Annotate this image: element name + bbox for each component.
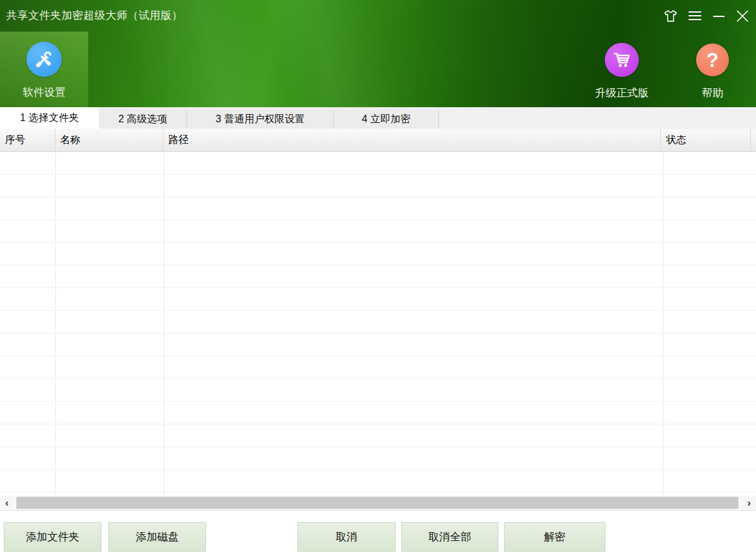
help-label: 帮助 <box>690 86 735 100</box>
table-row[interactable] <box>0 152 756 175</box>
window-title: 共享文件夹加密超级大师（试用版） <box>6 8 183 23</box>
minimize-icon[interactable] <box>711 8 726 24</box>
add-disk-button[interactable]: 添加磁盘 <box>108 522 206 552</box>
tools-wrench-icon <box>26 42 62 77</box>
cancel-button[interactable]: 取消 <box>297 522 396 552</box>
upgrade-button[interactable]: 升级正式版 <box>583 43 661 100</box>
scroll-left-icon[interactable]: ‹ <box>0 496 14 510</box>
scrollbar-thumb[interactable] <box>16 497 738 509</box>
tab-select-folder[interactable]: 1 选择文件夹 <box>0 107 99 129</box>
column-header-status[interactable]: 状态 <box>661 129 751 151</box>
table-row[interactable] <box>0 356 756 379</box>
shopping-cart-icon <box>605 43 639 77</box>
table-row[interactable] <box>0 288 756 311</box>
main-menu-icon[interactable] <box>687 8 702 24</box>
cancel-all-button[interactable]: 取消全部 <box>401 522 498 552</box>
column-header-path[interactable]: 路径 <box>163 129 661 151</box>
column-header-index[interactable]: 序号 <box>0 129 55 151</box>
table-row[interactable] <box>0 470 756 492</box>
table-row[interactable] <box>0 424 756 447</box>
tab-encrypt-now[interactable]: 4 立即加密 <box>334 110 439 129</box>
tab-strip: 1 选择文件夹 2 高级选项 3 普通用户权限设置 4 立即加密 <box>0 107 756 129</box>
horizontal-scrollbar[interactable]: ‹ › <box>0 496 756 511</box>
table-row[interactable] <box>0 334 756 356</box>
column-header-name[interactable]: 名称 <box>55 129 164 151</box>
column-divider <box>663 152 663 496</box>
table-row[interactable] <box>0 197 756 220</box>
question-mark-icon: ? <box>696 44 729 76</box>
column-divider <box>55 152 56 496</box>
decrypt-button[interactable]: 解密 <box>504 522 605 552</box>
app-window: 共享文件夹加密超级大师（试用版） <box>0 0 756 558</box>
table-body[interactable] <box>0 152 756 496</box>
table-row[interactable] <box>0 402 756 424</box>
window-controls <box>663 6 750 25</box>
table-row[interactable] <box>0 243 756 265</box>
table-row[interactable] <box>0 265 756 288</box>
table-row[interactable] <box>0 447 756 470</box>
close-icon[interactable] <box>735 8 750 24</box>
settings-label: 软件设置 <box>0 85 88 100</box>
scroll-right-icon[interactable]: › <box>742 496 756 510</box>
tab-user-permissions[interactable]: 3 普通用户权限设置 <box>187 110 334 129</box>
upgrade-label: 升级正式版 <box>583 86 661 100</box>
skin-theme-icon[interactable] <box>663 8 678 24</box>
table-row[interactable] <box>0 311 756 334</box>
table-header: 序号 名称 路径 状态 <box>0 129 756 152</box>
settings-button[interactable]: 软件设置 <box>0 42 88 100</box>
help-button[interactable]: ? 帮助 <box>690 44 735 100</box>
column-header-filler <box>751 129 756 151</box>
add-folder-button[interactable]: 添加文件夹 <box>4 522 101 552</box>
column-divider <box>164 152 164 496</box>
table-row[interactable] <box>0 379 756 402</box>
table-row[interactable] <box>0 175 756 197</box>
table-row[interactable] <box>0 220 756 243</box>
header: 共享文件夹加密超级大师（试用版） <box>0 0 756 107</box>
tab-advanced-options[interactable]: 2 高级选项 <box>99 110 187 129</box>
